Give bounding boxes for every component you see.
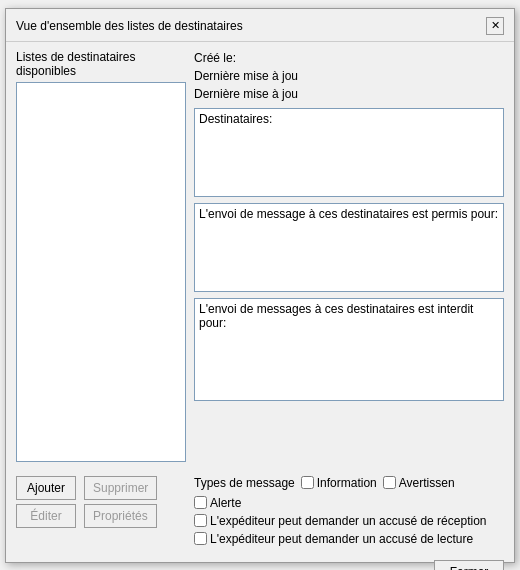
button-pair-bottom: Éditer Propriétés bbox=[16, 504, 186, 528]
left-panel: Listes de destinataires disponibles bbox=[16, 50, 186, 462]
last-update1: Dernière mise à jou bbox=[194, 68, 504, 84]
section3-content bbox=[195, 332, 503, 400]
proprietes-button[interactable]: Propriétés bbox=[84, 504, 157, 528]
dialog: Vue d'ensemble des listes de destinatair… bbox=[5, 8, 515, 563]
fermer-row: Fermer bbox=[6, 556, 514, 571]
list-label: Listes de destinataires disponibles bbox=[16, 50, 186, 78]
checkbox-alerte-label[interactable]: Alerte bbox=[194, 496, 241, 510]
button-pair-top: Ajouter Supprimer bbox=[16, 476, 186, 500]
left-buttons: Ajouter Supprimer Éditer Propriétés bbox=[16, 476, 186, 528]
last-update2: Dernière mise à jou bbox=[194, 86, 504, 102]
checkbox-alerte-text: Alerte bbox=[210, 496, 241, 510]
ajouter-button[interactable]: Ajouter bbox=[16, 476, 76, 500]
right-panel: Créé le: Dernière mise à jou Dernière mi… bbox=[194, 50, 504, 462]
checkbox-information-label[interactable]: Information bbox=[301, 476, 377, 490]
checkbox-avertissen-text: Avertissen bbox=[399, 476, 455, 490]
editer-button[interactable]: Éditer bbox=[16, 504, 76, 528]
section1-label: Destinataires: bbox=[195, 109, 503, 128]
created-label: Créé le: bbox=[194, 50, 504, 66]
checkbox-accuse-reception[interactable] bbox=[194, 514, 207, 527]
close-button[interactable]: ✕ bbox=[486, 17, 504, 35]
bottom-row: Ajouter Supprimer Éditer Propriétés Type… bbox=[16, 476, 504, 546]
checkbox-avertissen-label[interactable]: Avertissen bbox=[383, 476, 455, 490]
message-types-row: Types de message Information Avertissen … bbox=[194, 476, 504, 510]
section2-label: L'envoi de message à ces destinataires e… bbox=[195, 204, 503, 223]
right-options: Types de message Information Avertissen … bbox=[194, 476, 504, 546]
message-types-label: Types de message bbox=[194, 476, 295, 490]
checkbox-avertissen[interactable] bbox=[383, 476, 396, 489]
title-bar: Vue d'ensemble des listes de destinatair… bbox=[6, 9, 514, 42]
section3-label: L'envoi de messages à ces destinataires … bbox=[195, 299, 503, 332]
dialog-title: Vue d'ensemble des listes de destinatair… bbox=[16, 19, 243, 33]
section-interdit: L'envoi de messages à ces destinataires … bbox=[194, 298, 504, 401]
section-destinataires: Destinataires: bbox=[194, 108, 504, 197]
bottom-area: Ajouter Supprimer Éditer Propriétés Type… bbox=[6, 470, 514, 556]
destinations-list[interactable] bbox=[16, 82, 186, 462]
main-content: Listes de destinataires disponibles Créé… bbox=[6, 42, 514, 470]
checkbox-information[interactable] bbox=[301, 476, 314, 489]
checkbox-accuse-lecture-label[interactable]: L'expéditeur peut demander un accusé de … bbox=[194, 532, 504, 546]
checkbox-accuse-lecture[interactable] bbox=[194, 532, 207, 545]
checkbox-accuse-lecture-text: L'expéditeur peut demander un accusé de … bbox=[210, 532, 473, 546]
checkbox-alerte[interactable] bbox=[194, 496, 207, 509]
section2-content bbox=[195, 223, 503, 291]
supprimer-button[interactable]: Supprimer bbox=[84, 476, 157, 500]
checkbox-accuse-reception-text: L'expéditeur peut demander un accusé de … bbox=[210, 514, 486, 528]
section-permis: L'envoi de message à ces destinataires e… bbox=[194, 203, 504, 292]
checkbox-information-text: Information bbox=[317, 476, 377, 490]
fermer-button[interactable]: Fermer bbox=[434, 560, 504, 571]
checkbox-accuse-reception-label[interactable]: L'expéditeur peut demander un accusé de … bbox=[194, 514, 504, 528]
section1-content bbox=[195, 128, 503, 196]
